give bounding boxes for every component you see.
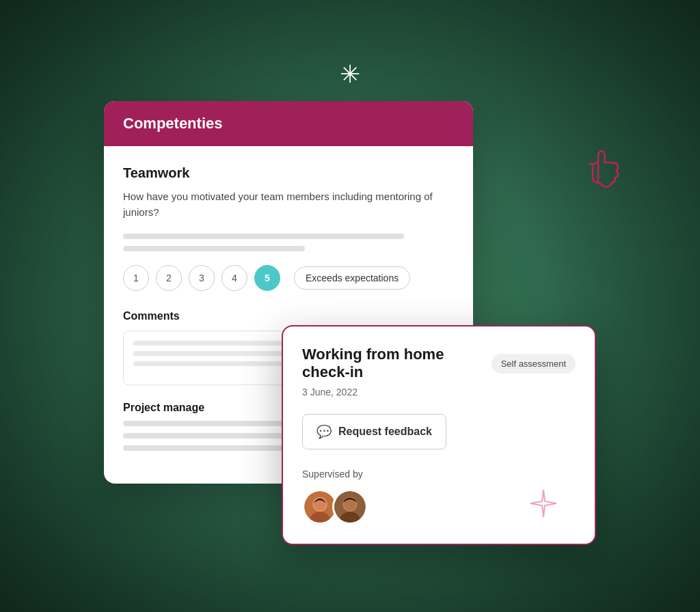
card-header: Competenties — [104, 101, 473, 146]
rating-5[interactable]: 5 — [254, 265, 280, 291]
star-decoration — [526, 486, 561, 523]
supervised-by-label: Supervised by — [302, 469, 576, 479]
supervisor-avatar-2 — [332, 489, 368, 525]
rating-1[interactable]: 1 — [123, 265, 149, 291]
teamwork-question: How have you motivated your team members… — [123, 189, 454, 220]
rating-2[interactable]: 2 — [156, 265, 182, 291]
wfh-date: 3 June, 2022 — [302, 387, 576, 398]
competenties-title: Competenties — [123, 115, 222, 132]
app-logo-icon: ✳ — [340, 60, 360, 89]
comments-label: Comments — [123, 310, 454, 322]
wfh-title: Working from home check-in — [302, 346, 492, 381]
chat-icon: 💬 — [317, 424, 332, 439]
comment-placeholder-3 — [133, 361, 288, 366]
rating-3[interactable]: 3 — [189, 265, 215, 291]
wfh-card: Working from home check-in Self assessme… — [282, 325, 596, 545]
wfh-header: Working from home check-in Self assessme… — [302, 346, 576, 381]
rating-row: 1 2 3 4 5 Exceeds expectations — [123, 265, 454, 291]
rating-4[interactable]: 4 — [221, 265, 247, 291]
self-assessment-badge: Self assessment — [492, 354, 576, 374]
rating-badge: Exceeds expectations — [294, 266, 410, 290]
placeholder-line-1 — [123, 234, 404, 239]
request-feedback-label: Request feedback — [338, 426, 432, 438]
placeholder-lines — [123, 234, 454, 251]
teamwork-title: Teamwork — [123, 165, 454, 181]
placeholder-line-2 — [123, 246, 305, 251]
request-feedback-button[interactable]: 💬 Request feedback — [302, 414, 446, 449]
thumbs-up-decoration — [576, 142, 630, 199]
